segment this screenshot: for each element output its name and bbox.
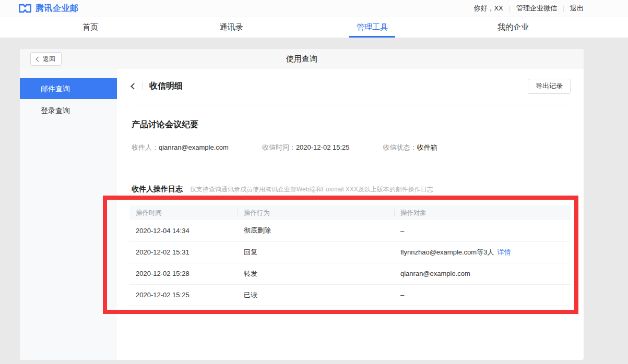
card-body: 邮件查询 登录查询 收信明细 导出记录 产品讨论会议纪要 收件人：qianran… xyxy=(20,69,584,360)
meta-value: 2020-12-02 15:25 xyxy=(296,143,350,151)
table-row: 2020-12-02 15:31 回复 flynnzhao@example.co… xyxy=(129,241,571,263)
detail-link[interactable]: 详情 xyxy=(497,248,511,256)
detail-title: 收信明细 xyxy=(149,81,183,92)
greeting-text: 你好，XX xyxy=(473,4,503,13)
meta-value: 收件箱 xyxy=(417,143,437,151)
table-row: 2020-12-02 15:25 已读 – xyxy=(129,284,571,306)
operation-log-table: 操作时间 操作行为 操作对象 2020-12-04 14:34 彻底删除 – 2… xyxy=(129,205,571,306)
manage-wecom-link[interactable]: 管理企业微信 xyxy=(516,4,557,13)
topbar: 腾讯企业邮 你好，XX | 管理企业微信 | 退出 xyxy=(0,0,628,17)
user-menu: 你好，XX | 管理企业微信 | 退出 xyxy=(473,4,584,13)
sidebar-item-mail-query[interactable]: 邮件查询 xyxy=(20,78,117,99)
target-text: – xyxy=(400,291,404,299)
meta-receive-status: 收信状态：收件箱 xyxy=(383,143,437,152)
tab-contacts[interactable]: 通讯录 xyxy=(161,17,302,38)
page-title: 使用查询 xyxy=(286,54,317,64)
meta-label: 收信时间： xyxy=(262,143,296,151)
meta-recipient: 收件人：qianran@example.com xyxy=(132,143,229,152)
cell-target: – xyxy=(394,220,571,241)
column-header-time: 操作时间 xyxy=(129,205,238,220)
cell-time: 2020-12-02 15:28 xyxy=(129,263,238,284)
menu-divider: | xyxy=(509,5,511,12)
operation-log-header: 收件人操作日志 仅支持查询通讯录成员使用腾讯企业邮Web端和Foxmail XX… xyxy=(132,185,571,194)
sidebar-item-login-query[interactable]: 登录查询 xyxy=(20,100,117,121)
meta-label: 收信状态： xyxy=(383,143,417,151)
tab-my-company[interactable]: 我的企业 xyxy=(443,17,584,38)
app-root: { "brand": { "name": "腾讯企业邮", "color": "… xyxy=(0,0,628,364)
cell-action: 回复 xyxy=(238,241,394,263)
detail-header-left: 收信明细 xyxy=(132,81,183,92)
chevron-left-icon xyxy=(36,56,41,62)
column-header-action: 操作行为 xyxy=(238,205,394,220)
operation-log-note: 仅支持查询通讯录成员使用腾讯企业邮Web端和Foxmail XXX及以上版本的邮… xyxy=(190,185,433,194)
mail-subject: 产品讨论会议纪要 xyxy=(132,119,571,130)
cell-target: qianran@example.com xyxy=(394,263,571,284)
export-records-button[interactable]: 导出记录 xyxy=(528,79,571,94)
usage-query-card: 返回 使用查询 邮件查询 登录查询 收信明细 导出记录 产品讨论会议纪要 xyxy=(20,49,584,360)
horizontal-divider xyxy=(132,104,571,104)
menu-divider: | xyxy=(563,5,564,12)
meta-value: qianran@example.com xyxy=(159,143,229,151)
back-chevron-icon[interactable] xyxy=(131,83,137,90)
tab-admin-tools[interactable]: 管理工具 xyxy=(302,17,443,38)
operation-log-title: 收件人操作日志 xyxy=(132,185,183,194)
target-text: qianran@example.com xyxy=(400,270,470,277)
meta-label: 收件人： xyxy=(132,143,159,151)
table-row: 2020-12-04 14:34 彻底删除 – xyxy=(129,220,571,241)
vertical-divider xyxy=(143,82,143,90)
nav-tabs: 首页 通讯录 管理工具 我的企业 xyxy=(20,17,584,38)
brand-logo[interactable]: 腾讯企业邮 xyxy=(18,3,79,14)
table-body: 2020-12-04 14:34 彻底删除 – 2020-12-02 15:31… xyxy=(129,220,571,306)
cell-target: flynnzhao@example.com等3人详情 xyxy=(394,241,571,263)
card-titlebar: 返回 使用查询 xyxy=(20,49,584,69)
mail-meta: 收件人：qianran@example.com 收信时间：2020-12-02 … xyxy=(132,143,571,152)
cell-time: 2020-12-02 15:25 xyxy=(129,284,238,306)
tab-home[interactable]: 首页 xyxy=(20,17,161,38)
column-header-target: 操作对象 xyxy=(394,205,571,220)
cell-time: 2020-12-04 14:34 xyxy=(129,220,238,241)
logout-link[interactable]: 退出 xyxy=(570,4,584,13)
meta-receive-time: 收信时间：2020-12-02 15:25 xyxy=(262,143,350,152)
cell-action: 已读 xyxy=(238,284,394,306)
cell-target: – xyxy=(394,284,571,306)
main-content: 收信明细 导出记录 产品讨论会议纪要 收件人：qianran@example.c… xyxy=(117,69,584,360)
brand-name: 腾讯企业邮 xyxy=(35,3,79,14)
back-button[interactable]: 返回 xyxy=(30,52,62,66)
exmail-logo-icon xyxy=(18,3,32,14)
cell-action: 转发 xyxy=(238,263,394,284)
back-button-label: 返回 xyxy=(43,55,55,64)
primary-nav: 首页 通讯录 管理工具 我的企业 xyxy=(0,17,628,38)
target-text: flynnzhao@example.com等3人 xyxy=(400,248,494,256)
table-head: 操作时间 操作行为 操作对象 xyxy=(129,205,571,220)
target-text: – xyxy=(400,227,404,235)
detail-header: 收信明细 导出记录 xyxy=(132,78,571,94)
table-row: 2020-12-02 15:28 转发 qianran@example.com xyxy=(129,263,571,284)
sidebar: 邮件查询 登录查询 xyxy=(20,69,117,360)
cell-action: 彻底删除 xyxy=(238,220,394,241)
cell-time: 2020-12-02 15:31 xyxy=(129,241,238,263)
